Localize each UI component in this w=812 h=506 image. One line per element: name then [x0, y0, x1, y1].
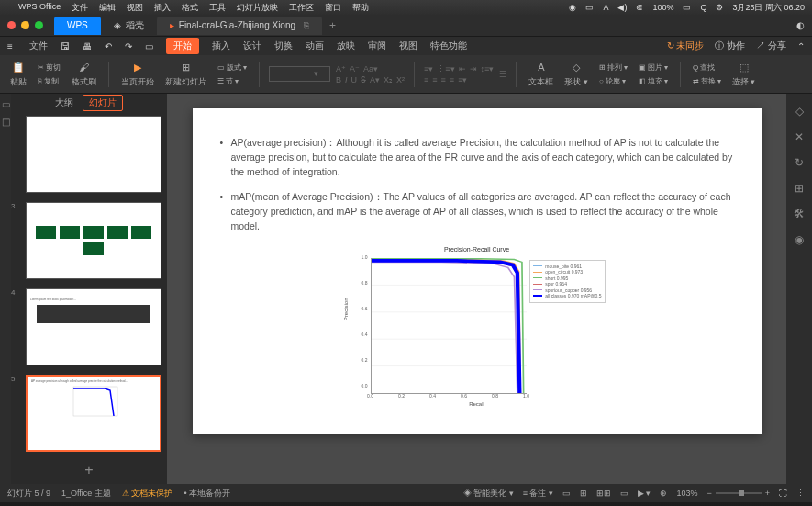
ribbon-tab-animation[interactable]: 动画: [306, 39, 324, 52]
picture-button[interactable]: ▣ 图片 ▾: [636, 61, 671, 74]
select-button[interactable]: ⬚ 选择 ▾: [729, 58, 759, 90]
play-from-current-button[interactable]: ▶ 当页开始: [118, 58, 157, 90]
notes-button[interactable]: ≡ 备注 ▾: [523, 488, 553, 500]
layout-button[interactable]: ▭ 版式 ▾: [215, 61, 250, 74]
battery-icon[interactable]: ▭: [683, 3, 691, 12]
find-button[interactable]: Q 查找: [690, 61, 724, 74]
sidebar-icon-4[interactable]: ⊞: [795, 182, 804, 195]
tools-icon[interactable]: ▭: [585, 3, 594, 12]
wechat-icon[interactable]: ◉: [569, 3, 576, 12]
menu-insert[interactable]: 插入: [154, 2, 171, 14]
align-justify-button[interactable]: ≡: [450, 75, 454, 84]
sidebar-icon-3[interactable]: ↻: [795, 156, 804, 169]
tab-add-button[interactable]: +: [329, 19, 336, 32]
arrange-button[interactable]: ⊞ 排列 ▾: [596, 61, 630, 74]
sidebar-icon-1[interactable]: ◇: [795, 105, 804, 118]
slide-thumbnail-2[interactable]: [26, 116, 161, 193]
qat-print-icon[interactable]: 🖶: [83, 41, 92, 51]
ribbon-tab-view[interactable]: 视图: [399, 39, 417, 52]
view-slideshow-icon[interactable]: ▶ ▾: [638, 489, 651, 498]
font-color-button[interactable]: A▾: [370, 75, 380, 84]
smart-beautify-button[interactable]: ◈ 智能美化 ▾: [463, 488, 514, 500]
control-center-icon[interactable]: ⚙: [716, 3, 723, 12]
left-rail-icon[interactable]: ▭: [2, 99, 10, 109]
zoom-out-button[interactable]: −: [706, 489, 711, 498]
zoom-in-button[interactable]: +: [765, 489, 770, 498]
more-icon[interactable]: ⋮: [796, 489, 805, 498]
sidebar-icon-6[interactable]: ◉: [795, 233, 804, 246]
font-increase-button[interactable]: A⁺: [336, 64, 346, 73]
superscript-button[interactable]: X²: [396, 75, 405, 84]
add-slide-button[interactable]: +: [11, 456, 167, 484]
user-account-icon[interactable]: ◐: [796, 20, 805, 30]
local-backup-status[interactable]: • 本地备份开: [184, 488, 230, 500]
sync-status[interactable]: ↻ 未同步: [667, 39, 705, 52]
qat-preview-icon[interactable]: ▭: [145, 41, 153, 51]
ribbon-tab-start[interactable]: 开始: [166, 38, 199, 54]
italic-button[interactable]: I: [345, 75, 348, 84]
ribbon-tab-review[interactable]: 审阅: [368, 39, 386, 52]
doc-protection-status[interactable]: ⚠ 文档未保护: [122, 488, 173, 500]
menu-view[interactable]: 视图: [127, 2, 143, 14]
menu-window[interactable]: 窗口: [325, 2, 341, 14]
tab-wps-home[interactable]: WPS: [54, 17, 101, 35]
volume-icon[interactable]: ◀): [617, 3, 627, 12]
section-button[interactable]: ☰ 节 ▾: [215, 74, 250, 88]
indent-increase-button[interactable]: ⇥: [470, 64, 477, 73]
bold-button[interactable]: B: [336, 75, 341, 84]
sidebar-icon-5[interactable]: 🛠: [794, 208, 805, 220]
file-menu[interactable]: 文件: [29, 39, 48, 52]
textbox-button[interactable]: A 文本框: [526, 58, 556, 90]
menu-slideshow[interactable]: 幻灯片放映: [237, 2, 278, 14]
qat-undo-icon[interactable]: ↶: [105, 41, 112, 51]
view-reading-icon[interactable]: ▭: [620, 489, 628, 498]
menu-workspace[interactable]: 工作区: [289, 2, 314, 14]
highlight-button[interactable]: X₂: [384, 75, 393, 84]
slide-thumbnail-5[interactable]: AP average precision although called ave…: [26, 375, 161, 452]
ribbon-tab-design[interactable]: 设计: [243, 39, 261, 52]
qat-redo-icon[interactable]: ↷: [125, 41, 132, 51]
current-slide[interactable]: AP(average precision)：Although it is cal…: [193, 108, 762, 434]
comment-button[interactable]: ▭: [562, 489, 571, 498]
search-icon[interactable]: Q: [700, 3, 706, 12]
ribbon-tab-slideshow[interactable]: 放映: [337, 39, 355, 52]
qat-save-icon[interactable]: 🖫: [61, 41, 70, 51]
zoom-fit-button[interactable]: ⊕: [660, 489, 667, 498]
window-minimize-button[interactable]: [21, 21, 29, 29]
font-decrease-button[interactable]: A⁻: [350, 64, 360, 73]
ribbon-tab-features[interactable]: 特色功能: [430, 39, 467, 52]
datetime[interactable]: 3月25日 周六 06:20: [732, 2, 805, 14]
menu-help[interactable]: 帮助: [352, 2, 369, 14]
font-case-button[interactable]: Aa▾: [363, 64, 378, 73]
copy-button[interactable]: ⎘ 复制: [35, 74, 63, 88]
indent-decrease-button[interactable]: ⇤: [459, 64, 466, 73]
input-icon[interactable]: A: [603, 3, 608, 12]
new-slide-button[interactable]: ⊞ 新建幻灯片: [162, 58, 209, 90]
cut-button[interactable]: ✂ 剪切: [35, 61, 63, 74]
hamburger-icon[interactable]: ≡: [7, 41, 13, 51]
paste-button[interactable]: 📋 粘贴: [7, 58, 29, 90]
left-rail-icon2[interactable]: ◫: [2, 117, 10, 127]
fullscreen-icon[interactable]: ⛶: [779, 489, 787, 498]
numbering-button[interactable]: ⋮≡▾: [437, 64, 454, 73]
menu-edit[interactable]: 编辑: [99, 2, 116, 14]
font-selector[interactable]: ▾: [269, 66, 330, 82]
align-left-button[interactable]: ≡: [424, 75, 428, 84]
menu-tools[interactable]: 工具: [209, 2, 226, 14]
replace-button[interactable]: ⇄ 替换 ▾: [690, 74, 724, 88]
ribbon-tab-transition[interactable]: 切换: [274, 39, 293, 52]
line-spacing-button[interactable]: ↕≡▾: [481, 64, 495, 73]
window-close-button[interactable]: [7, 21, 16, 29]
tab-daohang[interactable]: ◈ 稻壳: [101, 17, 157, 35]
outline-button[interactable]: ○ 轮廓 ▾: [596, 74, 630, 88]
shape-button[interactable]: ◇ 形状 ▾: [562, 58, 591, 90]
sidebar-icon-2[interactable]: ✕: [795, 130, 804, 143]
align-right-button[interactable]: ≡: [441, 75, 446, 84]
panel-tab-slides[interactable]: 幻灯片: [83, 95, 123, 111]
wifi-icon[interactable]: ⋐: [636, 3, 643, 12]
ribbon-tab-insert[interactable]: 插入: [212, 39, 230, 52]
slide-thumbnail-3[interactable]: [26, 202, 161, 279]
text-direction-button[interactable]: ☰: [499, 70, 506, 79]
bullets-button[interactable]: ≡▾: [424, 64, 433, 73]
tab-document[interactable]: ▸ Final-oral-Gia-Zhijiang Xiong ⎘: [157, 17, 322, 35]
